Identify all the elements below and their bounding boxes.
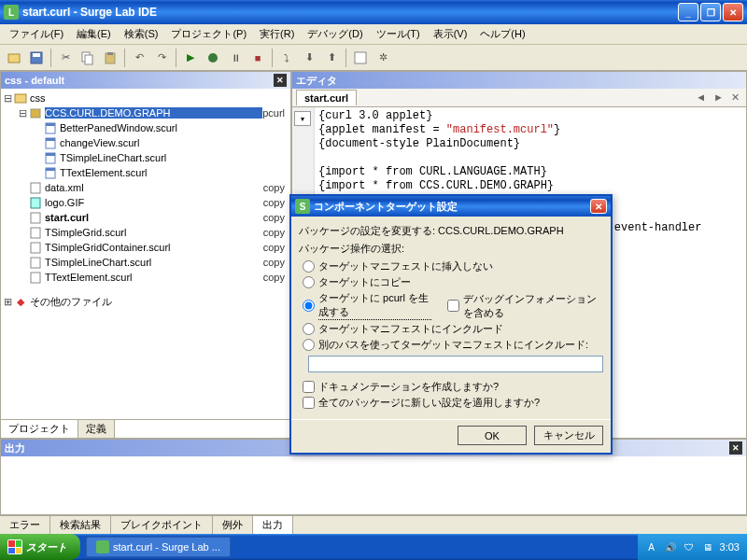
- svg-rect-18: [46, 168, 55, 171]
- tab-next-icon[interactable]: ►: [711, 91, 726, 104]
- btab-exception[interactable]: 例外: [213, 516, 253, 534]
- tree-item-tag: pcurl: [262, 107, 289, 119]
- dialog-titlebar[interactable]: S コンポーネントターゲット設定 ✕: [291, 196, 611, 217]
- tree-item-tag: copy: [263, 242, 289, 253]
- svg-rect-25: [31, 273, 40, 283]
- svg-rect-16: [46, 153, 55, 156]
- window-titlebar: L start.curl - Surge Lab IDE _ ❐ ✕: [0, 0, 747, 24]
- tray-ime-icon[interactable]: A: [645, 540, 658, 553]
- menu-view[interactable]: 表示(V): [428, 25, 473, 43]
- pause-icon[interactable]: ⏸: [225, 48, 246, 68]
- img-icon: [28, 195, 43, 210]
- stop-icon[interactable]: ■: [247, 48, 268, 68]
- open-file-icon[interactable]: [4, 48, 24, 68]
- path-input[interactable]: [308, 356, 603, 372]
- tree-item[interactable]: TSimpleLineChart.scurl: [3, 150, 289, 165]
- radio-copy[interactable]: [303, 276, 315, 288]
- menu-search[interactable]: 検索(S): [119, 25, 164, 43]
- tab-prev-icon[interactable]: ◄: [693, 91, 709, 104]
- gutter-dropdown-icon[interactable]: ▾: [294, 111, 311, 126]
- menu-file[interactable]: ファイル(F): [4, 25, 69, 43]
- dialog-package-line: パッケージの設定を変更する: CCS.CURL.DEMO.GRAPH: [299, 224, 603, 238]
- radio-pcurl[interactable]: [303, 300, 315, 312]
- tree-item[interactable]: TSimpleGrid.scurlcopy: [3, 225, 289, 240]
- radio-no-insert[interactable]: [303, 260, 315, 273]
- btab-error[interactable]: エラー: [0, 516, 50, 534]
- tree-item[interactable]: logo.GIFcopy: [3, 195, 289, 210]
- radio-other-path-label: 別のパスを使ってターゲットマニフェストにインクルード:: [318, 338, 588, 352]
- paste-icon[interactable]: [100, 48, 120, 68]
- editor-tab-start[interactable]: start.curl: [296, 90, 357, 105]
- menu-edit[interactable]: 編集(E): [71, 25, 117, 43]
- radio-include[interactable]: [303, 323, 315, 335]
- menu-debug[interactable]: デバッグ(D): [302, 25, 368, 43]
- step-into-icon[interactable]: ⬇: [299, 48, 319, 68]
- svg-rect-23: [31, 243, 40, 253]
- radio-other-path[interactable]: [303, 339, 315, 351]
- checkbox-doc[interactable]: [303, 381, 315, 393]
- output-title: 出力: [5, 441, 25, 455]
- bottom-tabs: エラー 検索結果 ブレイクポイント 例外 出力: [0, 515, 747, 534]
- cancel-button[interactable]: キャンセル: [534, 426, 603, 445]
- tree-item-tag: copy: [263, 272, 289, 283]
- copy-icon[interactable]: [78, 48, 98, 68]
- step-over-icon[interactable]: ⤵: [276, 48, 297, 68]
- checkbox-debug-label: デバッグインフォメーションを含める: [463, 292, 603, 320]
- tree-other[interactable]: ⊞ ◆ その他のファイル: [3, 294, 289, 309]
- redo-icon[interactable]: ↷: [151, 48, 172, 68]
- tree-item[interactable]: BetterPanedWindow.scurl: [3, 120, 289, 135]
- menu-tools[interactable]: ツール(T): [371, 25, 426, 43]
- tree-item[interactable]: TTextElement.scurlcopy: [3, 270, 289, 285]
- tree-item[interactable]: TSimpleLineChart.scurlcopy: [3, 255, 289, 270]
- settings-icon[interactable]: ✲: [373, 48, 393, 68]
- tree-item-label: TTextElement.scurl: [60, 167, 289, 178]
- tray-monitor-icon[interactable]: 🖥: [701, 540, 714, 553]
- window-close-button[interactable]: ✕: [723, 3, 743, 21]
- tab-project[interactable]: プロジェクト: [1, 420, 78, 438]
- sidebar-close-icon[interactable]: ✕: [274, 74, 287, 87]
- tray-clock[interactable]: 3:03: [720, 541, 740, 553]
- tab-definitions[interactable]: 定義: [78, 420, 115, 438]
- undo-icon[interactable]: ↶: [129, 48, 149, 68]
- menu-project[interactable]: プロジェクト(P): [165, 25, 252, 43]
- dialog-close-button[interactable]: ✕: [590, 199, 607, 214]
- project-tree[interactable]: ⊟ css ⊟CCS.CURL.DEMO.GRAPHpcurlBetterPan…: [1, 89, 290, 419]
- cut-icon[interactable]: ✂: [55, 48, 76, 68]
- checkbox-all-label: 全てのパッケージに新しい設定を適用しますか?: [318, 396, 540, 410]
- tree-item[interactable]: changeView.scurl: [3, 135, 289, 150]
- tree-item[interactable]: data.xmlcopy: [3, 180, 289, 195]
- tree-item[interactable]: TTextElement.scurl: [3, 165, 289, 180]
- step-out-icon[interactable]: ⬆: [321, 48, 342, 68]
- tree-item[interactable]: start.curlcopy: [3, 210, 289, 225]
- debug-icon[interactable]: [203, 48, 223, 68]
- tray-shield-icon[interactable]: 🛡: [683, 540, 696, 553]
- btab-output[interactable]: 出力: [253, 516, 293, 534]
- start-button[interactable]: スタート: [0, 534, 80, 560]
- checkbox-debug[interactable]: [447, 300, 459, 312]
- svg-point-7: [208, 53, 218, 63]
- menu-help[interactable]: ヘルプ(H): [474, 25, 530, 43]
- tray-volume-icon[interactable]: 🔊: [664, 540, 677, 553]
- sidebar-title: css - default: [5, 75, 64, 86]
- dialog-title-text: コンポーネントターゲット設定: [314, 200, 588, 214]
- output-close-icon[interactable]: ✕: [729, 441, 742, 455]
- browser-icon[interactable]: [350, 48, 371, 68]
- ok-button[interactable]: OK: [458, 426, 527, 445]
- btab-breakpoint[interactable]: ブレイクポイント: [111, 516, 213, 534]
- taskbar-app-button[interactable]: start.curl - Surge Lab ...: [86, 537, 231, 557]
- tab-close-icon[interactable]: ✕: [728, 91, 742, 104]
- checkbox-all-packages[interactable]: [303, 397, 315, 409]
- windows-logo-icon: [7, 539, 22, 554]
- menu-bar: ファイル(F) 編集(E) 検索(S) プロジェクト(P) 実行(R) デバッグ…: [0, 24, 747, 45]
- run-icon[interactable]: ▶: [180, 48, 201, 68]
- tree-item-tag: copy: [263, 227, 289, 238]
- tree-item[interactable]: ⊟CCS.CURL.DEMO.GRAPHpcurl: [3, 105, 289, 120]
- tree-item[interactable]: TSimpleGridContainer.scurlcopy: [3, 240, 289, 255]
- tree-root[interactable]: ⊟ css: [3, 91, 289, 105]
- maximize-button[interactable]: ❐: [700, 3, 721, 21]
- save-icon[interactable]: [26, 48, 47, 68]
- output-body[interactable]: [1, 456, 746, 514]
- menu-run[interactable]: 実行(R): [254, 25, 300, 43]
- minimize-button[interactable]: _: [678, 3, 698, 21]
- btab-search[interactable]: 検索結果: [50, 516, 111, 534]
